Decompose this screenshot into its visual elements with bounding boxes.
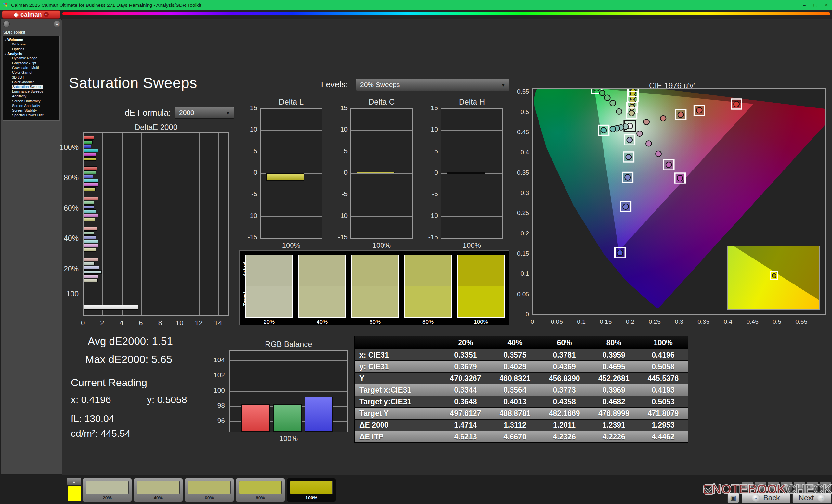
calman-menu-button[interactable]: ◈ calman ▼ <box>2 10 60 19</box>
gridline <box>261 195 322 195</box>
deltae-x-tick: 10 <box>175 319 184 327</box>
sidebar-item-luminance-sweeps[interactable]: Luminance Sweeps <box>3 89 59 94</box>
sidebar-item-dynamic-range[interactable]: Dynamic Range <box>3 56 59 61</box>
target-square-marker <box>770 272 778 280</box>
delta-chart-title: Delta L <box>260 97 322 107</box>
maximize-icon[interactable]: ▢ <box>810 0 821 10</box>
table-row-label: x: CIE31 <box>355 349 441 361</box>
swatch-label: 60% <box>351 319 399 326</box>
table-cell: 0.4695 <box>589 361 639 372</box>
deltae-x-tick: 8 <box>156 319 165 327</box>
measured-point <box>655 151 661 157</box>
deltae-bar-100%-Yellow <box>83 157 96 161</box>
sidebar-item-spectral-power-dist-[interactable]: Spectral Power Dist. <box>3 113 59 117</box>
table-row-label: Y <box>355 372 441 384</box>
footer-toolbar-button[interactable] <box>755 481 766 491</box>
rgb-x-label: 100% <box>229 435 348 443</box>
table-cell: 4.2326 <box>540 431 589 443</box>
gridline <box>351 216 412 217</box>
deltae-bar-20%-Cyan <box>83 270 102 274</box>
deltae-tick-label: 20% <box>64 265 79 274</box>
sidebar-item-screen-stability[interactable]: Screen Stability <box>3 108 59 113</box>
footer-toolbar-button[interactable] <box>794 481 805 491</box>
deltae-x-tick: 2 <box>98 319 107 327</box>
footer-toolbar-button[interactable] <box>768 481 779 491</box>
table-cell: 1.3112 <box>490 419 540 431</box>
current-patch-swatch <box>68 486 81 501</box>
deltae-tick-label: 100 <box>66 290 79 299</box>
de-formula-dropdown[interactable]: 2000 ▼ <box>175 107 234 118</box>
deltae-x-axis: 02468101214 <box>83 319 229 329</box>
actual-target-panel: ActualTarget20%40%60%80%100% <box>239 250 509 326</box>
thumbnail-60%[interactable]: 60% <box>185 478 234 502</box>
deltae-tick-label: 60% <box>64 204 79 213</box>
y-reading: y: 0.5058 <box>147 394 187 405</box>
deltae-bar-60%-Blue <box>83 205 94 209</box>
sidebar-item-additivity[interactable]: Additivity <box>3 94 59 99</box>
delta-x-label: 100% <box>350 241 413 250</box>
footer-toolbar-button[interactable] <box>807 481 818 491</box>
deltae-bar-80%-Yellow <box>83 187 96 191</box>
delta-y-tick: -10 <box>424 212 438 220</box>
table-cell: 0.3959 <box>589 349 639 361</box>
calman-logo-icon: ◈ <box>14 11 19 18</box>
sidebar-record-button[interactable] <box>3 21 10 27</box>
stop-button[interactable]: ▣ <box>727 492 739 503</box>
expand-thumbnails-button[interactable]: ▲ <box>67 478 81 485</box>
tree-group-analysis[interactable]: ◢Analysis <box>3 51 59 56</box>
tree-group-welcome[interactable]: ◢Welcome <box>3 37 59 42</box>
thumbnail-100%[interactable]: 100% <box>287 478 336 502</box>
deltae-x-tick: 4 <box>117 319 126 327</box>
deltae-bar-80%-Blue <box>83 175 93 178</box>
sidebar-item-colorchecker[interactable]: ColorChecker <box>3 80 59 84</box>
window-titlebar[interactable]: Calman 2025 Calman Ultimate for Business… <box>0 0 832 10</box>
thumbnail-80%[interactable]: 80% <box>236 478 285 502</box>
sidebar-item-options[interactable]: Options <box>3 47 59 52</box>
sidebar-item-3d-lut[interactable]: 3D LUT <box>3 75 59 80</box>
sidebar-item-screen-angularity[interactable]: Screen Angularity <box>3 103 59 108</box>
expand-icon[interactable]: ◢ <box>4 52 6 55</box>
delta-y-tick: 0 <box>424 169 438 176</box>
table-row: ΔE ITP4.62134.66704.23264.22264.4462 <box>355 431 688 443</box>
deltae-bar-60%-Magenta <box>83 214 98 217</box>
sidebar-item-saturation-sweeps[interactable]: Saturation Sweeps <box>3 84 59 89</box>
rgb-y-axis: 9698100102104 <box>211 350 228 432</box>
table-cell: 1.2391 <box>589 419 639 431</box>
sidebar-item-color-gamut[interactable]: Color Gamut <box>3 70 59 75</box>
minimize-icon[interactable]: – <box>799 0 810 10</box>
footer-toolbar-button[interactable] <box>820 481 831 491</box>
gridline <box>141 133 142 315</box>
measured-point <box>601 127 606 133</box>
sidebar-item-welcome[interactable]: Welcome <box>3 42 59 47</box>
levels-dropdown[interactable]: 20% Sweeps ▼ <box>356 79 509 91</box>
thumbnail-20%[interactable]: 20% <box>82 478 132 502</box>
table-row: Target y:CIE310.36480.40130.43580.46820.… <box>355 396 688 408</box>
thumbnail-40%[interactable]: 40% <box>134 478 183 502</box>
next-button[interactable]: Next » <box>792 492 831 503</box>
sidebar-item-grayscale-multi[interactable]: Grayscale - Multi <box>3 65 59 70</box>
footer-toolbar-button[interactable] <box>742 481 753 491</box>
table-col-header: 80% <box>589 336 639 349</box>
cie-x-tick: 0 <box>524 318 541 326</box>
table-col-header: 60% <box>540 336 589 349</box>
sidebar-collapse-button[interactable]: ◀ <box>54 21 60 27</box>
cie-y-tick: 0.45 <box>511 129 529 136</box>
footer-toolbar-button[interactable] <box>781 481 792 491</box>
delta-bar <box>447 172 485 174</box>
sidebar-item-grayscale-2pt[interactable]: Grayscale - 2pt <box>3 61 59 65</box>
table-cell: 1.2011 <box>540 419 589 431</box>
close-icon[interactable]: ✕ <box>821 0 832 10</box>
cie-y-tick: 0.1 <box>511 270 529 277</box>
deltae-tick-label: 80% <box>64 173 79 182</box>
deltae-tick-label: 40% <box>64 234 79 243</box>
back-button[interactable]: « Back <box>742 492 790 503</box>
table-cell: 0.3781 <box>540 349 589 361</box>
gridline <box>441 216 502 217</box>
delta-bar <box>357 172 394 173</box>
sidebar-item-screen-uniformity[interactable]: Screen Uniformity <box>3 99 59 104</box>
table-cell: 0.3351 <box>441 349 490 361</box>
measured-point <box>637 131 642 136</box>
deltae-y-axis: 100%80%60%40%20%100 <box>49 133 81 316</box>
delta-x-label: 100% <box>441 241 503 250</box>
expand-icon[interactable]: ◢ <box>4 38 6 40</box>
